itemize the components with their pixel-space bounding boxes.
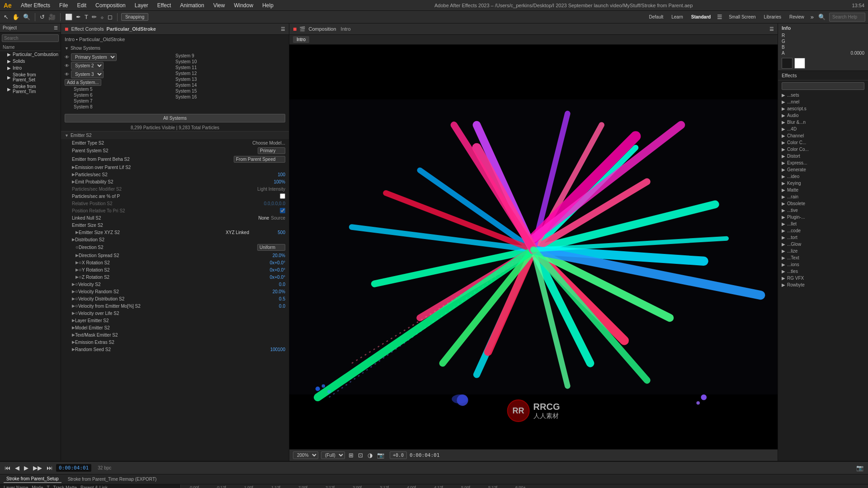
effect-matte[interactable]: ▶ Matte: [778, 187, 868, 193]
effect-plugin[interactable]: ▶ Plugin-...: [778, 214, 868, 221]
menu-composition[interactable]: Composition: [94, 1, 127, 9]
vol-collapse[interactable]: ▶: [72, 311, 75, 315]
zoom-dropdown[interactable]: 200%: [293, 451, 318, 459]
timeline-first-frame[interactable]: ⏮: [4, 464, 11, 472]
me-collapse[interactable]: ▶: [72, 325, 75, 330]
effect-tort[interactable]: ▶ ...tort: [778, 234, 868, 241]
pen-tool[interactable]: ✒: [75, 13, 82, 21]
search-icon[interactable]: 🔍: [817, 13, 826, 21]
effect-keying[interactable]: ▶ Keying: [778, 180, 868, 187]
effect-aescript[interactable]: ▶ aescript.s: [778, 105, 868, 112]
effect-rgvfx[interactable]: ▶ RG VFX: [778, 275, 868, 282]
camera-tool[interactable]: 🎥: [47, 13, 57, 21]
effect-lize[interactable]: ▶ ...lize: [778, 248, 868, 254]
system2-dropdown[interactable]: System 2: [71, 62, 104, 70]
yr-collapse[interactable]: ▶: [75, 267, 79, 272]
project-menu[interactable]: ☰: [54, 25, 58, 30]
project-item-solids[interactable]: ▶ Solids: [0, 58, 61, 65]
timeline-prev-frame[interactable]: ◀: [14, 464, 20, 472]
project-item-stroke-tim[interactable]: ▶ Stroke from Parent_Tim: [0, 83, 61, 95]
system-visibility-1[interactable]: 👁: [65, 55, 69, 60]
effect-text[interactable]: ▶ ...Text: [778, 254, 868, 261]
menu-effect[interactable]: Effect: [156, 1, 173, 9]
comp-tab-intro[interactable]: Intro: [293, 36, 309, 43]
vr-collapse[interactable]: ▶: [72, 289, 75, 294]
effect-colorco[interactable]: ▶ Color Co...: [778, 146, 868, 153]
menu-window[interactable]: Window: [232, 1, 255, 9]
timeline-time-area[interactable]: 0:00f 0:12f 1:00f 1:12f 2:00f 2:12f 3:00…: [181, 484, 868, 488]
particles-sec-value[interactable]: 100: [249, 172, 285, 177]
ep-collapse[interactable]: ▶: [72, 179, 75, 184]
eraser-tool[interactable]: ◻: [107, 13, 113, 21]
workspace-libraries[interactable]: Libraries: [761, 14, 784, 20]
zr-collapse[interactable]: ▶: [75, 275, 79, 279]
tl-tab-timeremap[interactable]: Stroke from Parent_Time Remap (EXPORT): [65, 476, 160, 483]
close-btn[interactable]: ■: [65, 25, 68, 33]
effect-distort[interactable]: ▶ Distort: [778, 153, 868, 160]
velocity-dist-value[interactable]: 0.5: [249, 296, 285, 301]
velocity-from-emitter-value[interactable]: 0.0: [249, 304, 285, 309]
project-search-input[interactable]: [2, 34, 59, 42]
menu-view[interactable]: View: [212, 1, 227, 9]
menu-layer[interactable]: Layer: [133, 1, 150, 9]
menu-edit[interactable]: Edit: [75, 1, 88, 9]
comp-timecode[interactable]: 0:00:04:01: [410, 452, 439, 458]
emitter-size-num[interactable]: 500: [249, 230, 285, 235]
effect-obsolete[interactable]: ▶ Obsolete: [778, 200, 868, 207]
vd-collapse[interactable]: ▶: [72, 296, 75, 301]
timeline-last-frame[interactable]: ⏭: [46, 464, 53, 472]
frame-offset[interactable]: +0.0: [390, 451, 407, 459]
zoom-tool[interactable]: 🔍: [22, 13, 31, 21]
x-rotation-value[interactable]: 0x+0.0°: [249, 260, 285, 265]
effect-nnel[interactable]: ▶ ...nnel: [778, 99, 868, 105]
timeline-play[interactable]: ▶: [23, 464, 29, 472]
timeline-timecode[interactable]: 0:00:04:01: [56, 464, 91, 472]
effect-blur[interactable]: ▶ Blur &...n: [778, 119, 868, 126]
pos-relative-checkbox[interactable]: [280, 208, 285, 213]
workspace-learn[interactable]: Learn: [669, 14, 686, 20]
particles-pct-checkbox[interactable]: [280, 193, 285, 199]
more-workspaces[interactable]: »: [810, 13, 815, 21]
direction-dropdown[interactable]: Uniform: [257, 244, 285, 251]
rotate-tool[interactable]: ↺: [39, 13, 46, 21]
text-tool[interactable]: T: [84, 13, 89, 21]
eop-collapse[interactable]: ▶: [72, 165, 75, 169]
esxyz-collapse[interactable]: ▶: [75, 230, 79, 235]
comp-menu-btn[interactable]: ☰: [769, 26, 774, 32]
ee-collapse[interactable]: ▶: [72, 340, 75, 344]
paint-tool[interactable]: ✏: [91, 13, 98, 21]
system-visibility-3[interactable]: 👁: [65, 72, 69, 77]
emit-prob-value[interactable]: 100%: [249, 179, 285, 184]
effect-express[interactable]: ▶ Express...: [778, 160, 868, 166]
grid-toggle[interactable]: ⊞: [348, 451, 354, 460]
workspace-standard[interactable]: Standard: [689, 14, 713, 20]
vel-collapse[interactable]: ▶: [72, 282, 75, 286]
resolution-dropdown[interactable]: (Full): [321, 451, 345, 459]
shape-tool[interactable]: ⬜: [64, 13, 73, 21]
random-seed-value[interactable]: 100100: [249, 347, 285, 352]
show-systems-header[interactable]: ▼ Show Systems: [61, 45, 289, 52]
hand-tool[interactable]: ✋: [11, 13, 20, 21]
y-rotation-value[interactable]: 0x+0.0°: [249, 267, 285, 272]
effect-glow[interactable]: ▶ ...Glow: [778, 241, 868, 248]
parent-system-dropdown[interactable]: Primary: [258, 147, 285, 154]
effects-search-input[interactable]: [782, 82, 864, 90]
effect-4d[interactable]: ▶ ...4D: [778, 126, 868, 132]
direction-spread-value[interactable]: 20.0%: [249, 253, 285, 258]
effect-ideo[interactable]: ▶ ...ideo: [778, 173, 868, 180]
add-system-btn[interactable]: Add a System...: [65, 79, 101, 86]
xr-collapse[interactable]: ▶: [75, 260, 79, 265]
z-rotation-value[interactable]: 0x+0.0°: [249, 275, 285, 280]
effect-rain[interactable]: ▶ ...rain: [778, 193, 868, 200]
effect-channel[interactable]: ▶ Channel: [778, 132, 868, 139]
effect-generate[interactable]: ▶ Generate: [778, 166, 868, 173]
choose-model-label[interactable]: Choose Model...: [252, 141, 285, 145]
le-collapse[interactable]: ▶: [72, 318, 75, 323]
workspace-menu[interactable]: ☰: [716, 13, 723, 21]
psec-collapse[interactable]: ▶: [72, 172, 75, 177]
ec-menu-btn[interactable]: ☰: [281, 26, 285, 32]
rs-collapse[interactable]: ▶: [72, 347, 75, 352]
system-visibility-2[interactable]: 👁: [65, 63, 69, 68]
all-systems-btn[interactable]: All Systems: [65, 114, 285, 122]
effect-rowbyte[interactable]: ▶ Rowbyte: [778, 282, 868, 288]
